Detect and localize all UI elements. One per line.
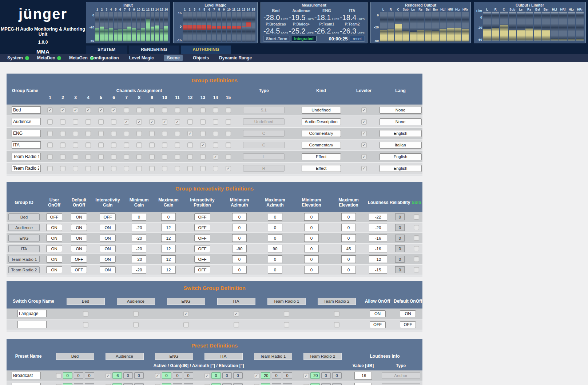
kind-button[interactable]: Audio Description (302, 118, 341, 125)
kind-button[interactable]: Undefined (302, 107, 341, 114)
default-onoff-button[interactable]: ON (400, 310, 416, 317)
channel-checkbox[interactable] (162, 166, 167, 171)
channel-checkbox[interactable] (60, 142, 65, 148)
channel-checkbox[interactable]: ✓ (111, 107, 116, 113)
channel-checkbox[interactable]: ✓ (175, 119, 180, 125)
channel-checkbox[interactable] (73, 154, 78, 160)
channel-checkbox[interactable] (149, 166, 155, 171)
kind-button[interactable]: Commentary (302, 130, 341, 137)
channel-checkbox[interactable] (162, 142, 167, 148)
interactivity-position-button[interactable]: OFF (194, 224, 210, 231)
minimum-elevation-input[interactable] (304, 224, 319, 231)
minimum-azimuth-input[interactable] (232, 224, 247, 231)
minimum-azimuth-input[interactable] (232, 266, 247, 274)
preset-azimuth-input[interactable] (123, 372, 133, 379)
minimum-gain-input[interactable] (132, 224, 146, 231)
leveler-checkbox[interactable]: ✓ (361, 142, 367, 148)
preset-active-checkbox[interactable]: ✓ (106, 373, 111, 378)
channel-checkbox[interactable]: ✓ (226, 166, 231, 171)
preset-gain-input[interactable] (211, 372, 221, 379)
allow-onoff-button[interactable]: OFF (370, 321, 386, 328)
preset-active-checkbox[interactable] (155, 384, 160, 385)
preset-elevation-input[interactable] (233, 372, 243, 379)
preset-active-checkbox[interactable] (204, 384, 210, 385)
preset-azimuth-input[interactable] (173, 383, 182, 385)
preset-active-checkbox[interactable] (254, 384, 259, 385)
loudness-input[interactable] (369, 255, 387, 263)
preset-gain-input[interactable] (112, 372, 122, 379)
preset-azimuth-input[interactable] (272, 372, 281, 379)
preset-azimuth-input[interactable] (173, 372, 182, 379)
preset-azimuth-input[interactable] (123, 383, 133, 385)
channel-checkbox[interactable] (175, 107, 180, 113)
channel-checkbox[interactable] (136, 154, 142, 160)
channel-checkbox[interactable] (213, 131, 218, 136)
nav-item-objects[interactable]: Objects (193, 55, 209, 60)
channel-checkbox[interactable] (47, 154, 53, 160)
maximum-gain-input[interactable] (161, 245, 176, 252)
interactivity-gain-button[interactable]: OFF (100, 213, 116, 220)
maximum-azimuth-input[interactable] (268, 255, 282, 263)
switch-group-name-input[interactable] (17, 310, 47, 317)
channel-checkbox[interactable] (187, 107, 193, 113)
maximum-azimuth-input[interactable] (268, 245, 282, 252)
interactivity-position-button[interactable]: OFF (194, 256, 210, 263)
preset-elevation-input[interactable] (332, 372, 342, 379)
channel-checkbox[interactable] (175, 154, 180, 160)
switch-group-member-checkbox[interactable] (334, 311, 339, 317)
preset-gain-input[interactable] (261, 383, 270, 385)
channel-checkbox[interactable] (111, 142, 116, 148)
maximum-elevation-input[interactable] (341, 224, 356, 231)
interactivity-gain-button[interactable]: ON (100, 256, 116, 263)
kind-button[interactable]: Commentary (302, 142, 341, 149)
user-onoff-button[interactable]: ON (46, 235, 62, 241)
solo-checkbox[interactable] (414, 246, 419, 251)
tab-authoring[interactable]: AUTHORING (181, 46, 231, 54)
channel-checkbox[interactable] (226, 107, 231, 113)
preset-elevation-input[interactable] (283, 383, 292, 385)
channel-checkbox[interactable] (73, 166, 78, 171)
channel-checkbox[interactable]: ✓ (200, 142, 206, 148)
preset-name-input[interactable] (12, 372, 41, 379)
channel-checkbox[interactable] (213, 142, 218, 148)
maximum-elevation-input[interactable] (341, 245, 356, 252)
leveler-checkbox[interactable]: ✓ (361, 154, 367, 160)
reset-button[interactable]: reset (350, 36, 365, 42)
channel-checkbox[interactable] (200, 131, 206, 136)
loudness-input[interactable] (369, 266, 387, 274)
channel-checkbox[interactable]: ✓ (86, 107, 91, 113)
preset-gain-input[interactable] (112, 383, 122, 385)
interactivity-position-button[interactable]: OFF (194, 245, 210, 252)
maximum-elevation-input[interactable] (341, 234, 356, 242)
channel-checkbox[interactable] (175, 166, 180, 171)
channel-checkbox[interactable] (226, 142, 231, 148)
channel-checkbox[interactable]: ✓ (73, 107, 78, 113)
preset-gain-input[interactable] (63, 383, 72, 385)
channel-checkbox[interactable] (200, 154, 206, 160)
channel-checkbox[interactable] (98, 119, 104, 125)
minimum-elevation-input[interactable] (304, 245, 319, 252)
minimum-azimuth-input[interactable] (232, 245, 247, 252)
channel-checkbox[interactable] (60, 154, 65, 160)
loudness-value-input[interactable] (354, 383, 372, 385)
maximum-gain-input[interactable] (161, 255, 176, 263)
maximum-elevation-input[interactable] (341, 213, 356, 221)
group-name-input[interactable] (12, 141, 41, 149)
preset-elevation-input[interactable] (283, 372, 292, 379)
default-onoff-button[interactable]: OFF (71, 266, 87, 273)
preset-gain-input[interactable] (310, 372, 320, 379)
user-onoff-button[interactable]: ON (46, 256, 62, 263)
switch-group-member-checkbox[interactable] (234, 322, 239, 327)
channel-checkbox[interactable] (226, 131, 231, 136)
preset-elevation-input[interactable] (85, 372, 94, 379)
preset-gain-input[interactable] (261, 372, 270, 379)
maximum-azimuth-input[interactable] (268, 266, 282, 274)
default-onoff-button[interactable]: ON (71, 224, 87, 231)
channel-checkbox[interactable] (213, 119, 218, 125)
preset-gain-input[interactable] (211, 383, 221, 385)
channel-checkbox[interactable] (47, 142, 53, 148)
interactivity-gain-button[interactable]: ON (100, 266, 116, 273)
preset-elevation-input[interactable] (184, 383, 193, 385)
preset-name-input[interactable] (12, 383, 41, 385)
preset-azimuth-input[interactable] (272, 383, 281, 385)
